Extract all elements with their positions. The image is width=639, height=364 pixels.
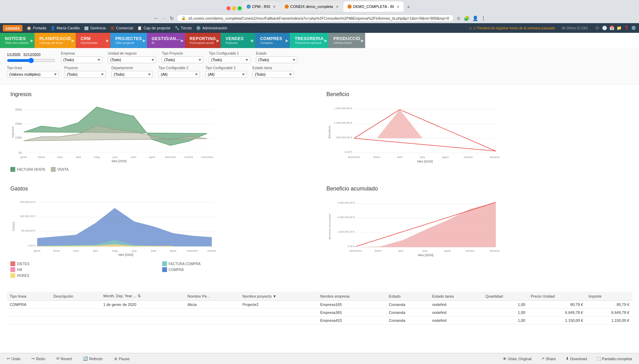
svg-text:Beneficio: Beneficio — [328, 125, 331, 138]
appbar-portada[interactable]: 🏠 Portada — [27, 26, 46, 30]
departamento-select[interactable]: (Todo) — [111, 71, 153, 78]
forward-button[interactable]: → — [161, 15, 167, 21]
estado-tarea-filter-group: Estado tarea (Todo) — [252, 66, 294, 78]
ingresos-title: Ingresos — [10, 91, 313, 97]
empresa-select[interactable]: (Todo) — [61, 56, 102, 63]
svg-text:setembre: setembre — [187, 249, 198, 252]
tipo-configurable1-filter-group: Tipo Configurable 1 (Todo) — [209, 52, 250, 63]
app-bar: coneix 🏠 Portada 👤 María Castillo 🏢 Gerè… — [0, 23, 639, 33]
unidad-negocio-select[interactable]: (Todo) — [108, 56, 156, 63]
nav-reporting[interactable]: REPORTING Pressupost anual — [185, 33, 221, 48]
cell-estado: Comanda — [386, 309, 429, 317]
nav-produccio[interactable]: PRODUCCIÓ Articles-Estoc — [328, 33, 365, 48]
svg-text:1.000.000,00 €: 1.000.000,00 € — [334, 121, 353, 124]
tipo-configurable3-select[interactable]: (All) — [205, 71, 247, 78]
svg-text:gener: gener — [34, 249, 41, 252]
nav-crm[interactable]: CRM Oportunitats — [76, 33, 110, 48]
browser-tab-demo[interactable]: DEMO_COMPLETA - BI ✕ — [343, 1, 404, 12]
legend-factura-venta: FACTURA VENTA — [10, 167, 45, 172]
col-month-day[interactable]: Month, Day, Year ... ⇅ — [101, 292, 185, 301]
window-maximize-btn[interactable] — [238, 6, 242, 10]
plus-icon[interactable]: ➕ — [595, 26, 600, 30]
date-from-label: 1/1/2020 — [7, 53, 20, 57]
nav-planificacio[interactable]: PLANIFICACIÓ Càrrega de feina — [35, 33, 76, 48]
help-icon[interactable]: ❓ — [624, 26, 629, 30]
col-nombre-proyecto[interactable]: Nombre proyecto ▼ — [240, 292, 317, 301]
nav-gestio[interactable]: GESTIÓ/AN... BI — [147, 33, 185, 48]
svg-text:abril: abril — [93, 249, 98, 252]
tipo-linea-filter-group: Tipo línea (Valores múltiples) — [7, 66, 59, 78]
proyecto-select[interactable]: (Todo) — [64, 71, 106, 78]
browser-tab-coneix[interactable]: CONEIX demo_completa ✕ — [280, 1, 343, 12]
cell-nombre-proyecto — [240, 317, 317, 325]
cell-importe: 6.649,78 € — [586, 309, 632, 317]
nav-vendes[interactable]: VENDES Factures — [221, 33, 255, 48]
cell-importe: 1.150,00 € — [586, 317, 632, 325]
svg-text:agost: agost — [149, 156, 156, 159]
cell-month-day — [101, 317, 185, 325]
tipo-configurable1-select[interactable]: (Todo) — [209, 56, 250, 63]
app-logo[interactable]: coneix — [3, 25, 22, 31]
nav-noticies[interactable]: NOTÍCIES Totes les noticies — [0, 33, 35, 48]
address-bar[interactable]: 🔒 s5.coneix.com/demo_completa/Coneix2/mv… — [177, 15, 453, 22]
cell-precio-unidad: 1.150,00 € — [528, 317, 586, 325]
svg-text:0K: 0K — [18, 151, 22, 155]
svg-text:març: març — [57, 156, 63, 159]
tipo-configurable2-select[interactable]: (All) — [158, 71, 200, 78]
extensions-icon[interactable]: 🧩 — [464, 16, 470, 21]
bookmark-icon[interactable]: ☆ — [456, 16, 461, 21]
tab-icon-coneix — [285, 4, 289, 9]
svg-text:Beneficio Acumulado: Beneficio Acumulado — [328, 213, 331, 239]
nav-projectes[interactable]: PROJECTES Ultim projecte — [110, 33, 147, 48]
cell-month-day: 1 de gener de 2020 — [101, 301, 185, 309]
tipo-proyecto-select[interactable]: (Todo) — [162, 56, 203, 63]
tipo-linea-select[interactable]: (Valores múltiples) — [7, 71, 59, 78]
window-minimize-btn[interactable] — [232, 6, 236, 10]
profile-icon[interactable]: 👤 — [472, 16, 478, 21]
charts-top-row: Ingresos 0K 100K 200K 300K Ingresos — [7, 88, 632, 175]
appbar-user[interactable]: 👤 María Castillo — [50, 26, 80, 30]
browser-tab-cpm[interactable]: CPM - RSI ✕ — [242, 1, 280, 12]
col-tipo-linea: Tipo línea — [7, 292, 50, 301]
nav-compres[interactable]: COMPRES Compres — [255, 33, 290, 48]
new-tab-button[interactable]: + — [404, 3, 413, 12]
svg-text:100K: 100K — [15, 136, 22, 139]
cell-estado-tarea: nodefinit — [429, 317, 483, 325]
cell-nombre-proyecto: Projecte2 — [240, 301, 317, 309]
unidad-negocio-label: Unidad de negocio — [108, 52, 156, 55]
appbar-comercial[interactable]: 💼 Comercial — [110, 26, 133, 30]
svg-text:0,00 €: 0,00 € — [345, 150, 353, 153]
svg-text:juny: juny — [420, 156, 425, 159]
legend-color-venta — [51, 167, 56, 172]
folder-icon[interactable]: 📁 — [617, 26, 622, 30]
cell-estado: Comanda — [386, 317, 429, 325]
estado-tarea-select[interactable]: (Todo) — [252, 71, 294, 78]
legend-color-km — [10, 267, 15, 272]
menu-icon[interactable]: ⋮ — [481, 16, 486, 21]
date-slider[interactable] — [7, 58, 55, 63]
clock-icon[interactable]: 🕐 — [602, 26, 607, 30]
tab-close-demo[interactable]: ✕ — [397, 5, 399, 9]
svg-text:octubre: octubre — [184, 156, 193, 159]
window-close-btn[interactable] — [226, 6, 231, 10]
main-content: Ingresos 0K 100K 200K 300K Ingresos — [0, 84, 639, 338]
appbar-admin[interactable]: ⚙️ Administración — [196, 26, 227, 30]
ingresos-svg: 0K 100K 200K 300K Ingresos ge — [10, 101, 218, 163]
estado-select[interactable]: (Todo) — [256, 56, 297, 63]
svg-text:setembre: setembre — [165, 156, 176, 159]
nav-tresoreria[interactable]: TRESORERIA Tresoreria mensual — [290, 33, 328, 48]
lock-icon: 🔒 — [181, 16, 186, 20]
reload-button[interactable]: ↻ — [170, 16, 174, 21]
legend-color-dietes — [10, 261, 15, 266]
back-button[interactable]: ← — [153, 15, 159, 21]
col-quantidad: Quantidad — [483, 292, 528, 301]
tab-close-cpm[interactable]: ✕ — [273, 5, 276, 9]
tab-close-coneix[interactable]: ✕ — [336, 5, 339, 9]
appbar-tecnic[interactable]: 🔧 Tècnic — [175, 26, 192, 30]
svg-text:abril: abril — [398, 249, 403, 252]
calendar-icon[interactable]: 📅 — [609, 26, 614, 30]
appbar-gerencia[interactable]: 🏢 Gerència — [84, 26, 106, 30]
appbar-cap[interactable]: 📋 Cap de projecte — [137, 26, 170, 30]
cell-nombre-pe: Alicia — [185, 301, 240, 309]
settings-icon[interactable]: ⚙️ — [631, 26, 636, 30]
